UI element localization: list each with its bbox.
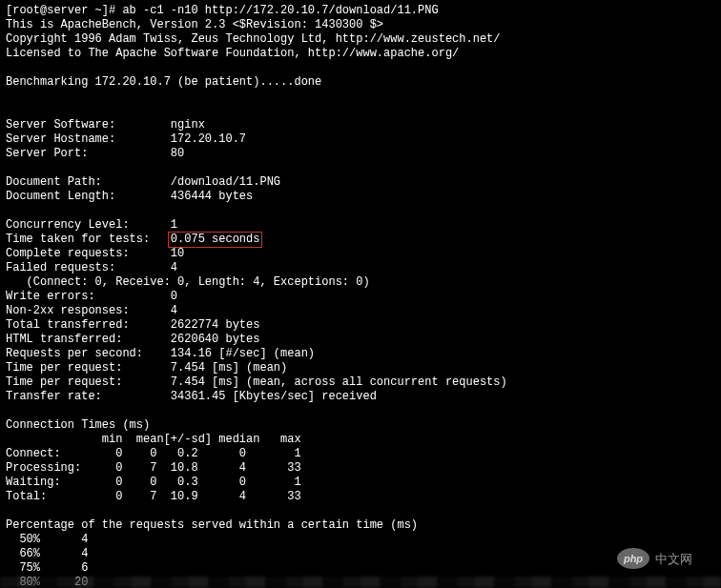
document-path: Document Path: /download/11.PNG <box>6 175 715 190</box>
blank <box>6 104 715 118</box>
blank <box>6 161 715 175</box>
benchmarking-status: Benchmarking 172.20.10.7 (be patient)...… <box>6 75 715 90</box>
prompt-command: [root@server ~]# ab -c1 -n10 http://172.… <box>6 4 715 18</box>
percentage-title: Percentage of the requests served within… <box>6 518 715 533</box>
write-errors: Write errors: 0 <box>6 290 715 304</box>
non-2xx: Non-2xx responses: 4 <box>6 304 715 318</box>
blank <box>6 90 715 104</box>
watermark-text: 中文网 <box>655 552 692 566</box>
requests-per-second: Requests per second: 134.16 [#/sec] (mea… <box>6 347 715 361</box>
perc-75: 75% 6 <box>6 561 715 576</box>
time-taken-highlight: 0.075 seconds <box>168 232 263 248</box>
conn-connect: Connect: 0 0 0.2 0 1 <box>6 447 715 461</box>
blank <box>6 204 715 218</box>
blank <box>6 61 715 75</box>
connection-times-header: min mean[+/-sd] median max <box>6 433 715 447</box>
perc-50: 50% 4 <box>6 533 715 547</box>
php-logo-icon: php <box>617 548 649 569</box>
ab-version: This is ApacheBench, Version 2.3 <$Revis… <box>6 18 715 32</box>
document-length: Document Length: 436444 bytes <box>6 190 715 204</box>
connection-times-title: Connection Times (ms) <box>6 418 715 433</box>
failed-requests: Failed requests: 4 <box>6 261 715 275</box>
ab-copyright: Copyright 1996 Adam Twiss, Zeus Technolo… <box>6 32 715 47</box>
conn-waiting: Waiting: 0 0 0.3 0 1 <box>6 476 715 490</box>
watermark: php 中文网 <box>617 548 692 569</box>
html-transferred: HTML transferred: 2620640 bytes <box>6 333 715 347</box>
concurrency-level: Concurrency Level: 1 <box>6 218 715 233</box>
conn-total: Total: 0 7 10.9 4 33 <box>6 490 715 504</box>
time-per-request-concurrent: Time per request: 7.454 [ms] (mean, acro… <box>6 375 715 390</box>
server-software: Server Software: nginx <box>6 118 715 132</box>
blank <box>6 504 715 518</box>
ab-license: Licensed to The Apache Software Foundati… <box>6 47 715 61</box>
time-per-request-mean: Time per request: 7.454 [ms] (mean) <box>6 361 715 375</box>
time-taken: Time taken for tests: 0.075 seconds <box>6 233 715 247</box>
transfer-rate: Transfer rate: 34361.45 [Kbytes/sec] rec… <box>6 390 715 404</box>
server-port: Server Port: 80 <box>6 147 715 161</box>
conn-processing: Processing: 0 7 10.8 4 33 <box>6 461 715 476</box>
bottom-blur-bar <box>0 577 721 588</box>
blank <box>6 404 715 418</box>
failed-detail: (Connect: 0, Receive: 0, Length: 4, Exce… <box>6 275 715 290</box>
perc-66: 66% 4 <box>6 547 715 561</box>
total-transferred: Total transferred: 2622774 bytes <box>6 318 715 333</box>
complete-requests: Complete requests: 10 <box>6 247 715 261</box>
server-hostname: Server Hostname: 172.20.10.7 <box>6 132 715 147</box>
